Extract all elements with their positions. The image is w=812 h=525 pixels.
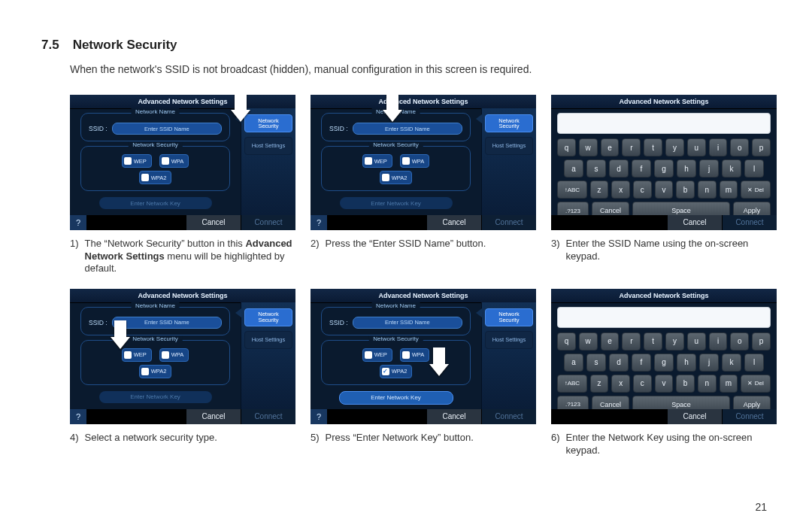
enter-network-key-button[interactable]: Enter Network Key: [339, 391, 453, 405]
wpa-checkbox[interactable]: WPA: [159, 154, 189, 168]
keyboard-key-j[interactable]: j: [699, 159, 719, 178]
tab-host-settings[interactable]: Host Settings: [485, 137, 533, 155]
keyboard-key-p[interactable]: p: [752, 138, 771, 156]
wpa2-checkbox[interactable]: WPA2: [380, 171, 413, 184]
enter-network-key-button[interactable]: Enter Network Key: [99, 197, 212, 209]
keyboard-key-e[interactable]: e: [601, 332, 620, 351]
keyboard-key-y[interactable]: y: [665, 332, 684, 351]
keyboard-key-s[interactable]: s: [586, 159, 606, 178]
help-button[interactable]: ?: [70, 215, 87, 230]
keyboard-key-z[interactable]: z: [590, 181, 609, 199]
connect-button[interactable]: Connect: [481, 215, 536, 230]
cancel-button[interactable]: Cancel: [667, 215, 722, 230]
keyboard-key-m[interactable]: m: [720, 375, 738, 393]
keyboard-key-n[interactable]: n: [698, 181, 717, 199]
keyboard-key-r[interactable]: r: [622, 138, 641, 156]
cancel-button[interactable]: Cancel: [186, 215, 241, 230]
keyboard-key-a[interactable]: a: [564, 159, 583, 178]
keyboard-key-t[interactable]: t: [644, 332, 662, 351]
keyboard-key-u[interactable]: u: [687, 138, 706, 156]
wpa2-checkbox[interactable]: WPA2: [139, 365, 172, 378]
tab-network-security[interactable]: Network Security: [485, 114, 533, 132]
keyboard-key-q[interactable]: q: [557, 332, 576, 351]
connect-button[interactable]: Connect: [481, 409, 536, 424]
help-button[interactable]: ?: [70, 409, 87, 424]
keyboard-key-i[interactable]: i: [709, 332, 728, 351]
wep-checkbox[interactable]: WEP: [362, 154, 392, 168]
keyboard-key-g[interactable]: g: [654, 159, 674, 178]
keyboard-key-e[interactable]: e: [601, 138, 620, 156]
keyboard-key-w[interactable]: w: [579, 138, 598, 156]
keyboard-key-d[interactable]: d: [609, 159, 629, 178]
connect-button[interactable]: Connect: [722, 409, 777, 424]
keyboard-key-t[interactable]: t: [644, 138, 662, 156]
keyboard-input[interactable]: [557, 113, 771, 134]
enter-ssid-button[interactable]: Enter SSID Name: [112, 123, 222, 135]
wpa-checkbox[interactable]: WPA: [159, 348, 189, 362]
connect-button[interactable]: Connect: [241, 215, 295, 230]
keyboard-key-c[interactable]: c: [633, 181, 652, 199]
keyboard-key-u[interactable]: u: [687, 332, 706, 351]
keyboard-key-m[interactable]: m: [720, 181, 738, 199]
wpa2-checkbox[interactable]: ✓WPA2: [380, 365, 413, 378]
keyboard-key-b[interactable]: b: [676, 181, 695, 199]
cancel-button[interactable]: Cancel: [667, 409, 722, 424]
keyboard-key-y[interactable]: y: [665, 138, 684, 156]
wep-checkbox[interactable]: WEP: [122, 154, 152, 168]
help-button[interactable]: ?: [311, 409, 328, 424]
keyboard-key-x[interactable]: x: [611, 375, 630, 393]
connect-button[interactable]: Connect: [722, 215, 777, 230]
tab-host-settings[interactable]: Host Settings: [485, 331, 533, 349]
keyboard-delete-key[interactable]: ✕ Del: [741, 375, 771, 393]
keyboard-key-f[interactable]: f: [632, 159, 651, 178]
keyboard-input[interactable]: [557, 307, 771, 328]
cancel-button[interactable]: Cancel: [426, 409, 481, 424]
tab-host-settings[interactable]: Host Settings: [244, 137, 292, 155]
enter-network-key-button[interactable]: Enter Network Key: [340, 197, 453, 209]
keyboard-key-h[interactable]: h: [677, 159, 696, 178]
keyboard-key-l[interactable]: l: [744, 159, 764, 178]
tab-network-security[interactable]: Network Security: [244, 114, 292, 132]
keyboard-key-v[interactable]: v: [655, 375, 674, 393]
keyboard-delete-key[interactable]: ✕ Del: [741, 181, 771, 199]
keyboard-key-d[interactable]: d: [609, 354, 629, 372]
keyboard-key-v[interactable]: v: [655, 181, 674, 199]
keyboard-key-k[interactable]: k: [722, 159, 741, 178]
wpa-checkbox[interactable]: WPA: [400, 348, 430, 362]
keyboard-key-k[interactable]: k: [722, 354, 741, 372]
keyboard-key-a[interactable]: a: [564, 354, 583, 372]
keyboard-shift-key[interactable]: ↑ABC: [557, 181, 587, 199]
keyboard-shift-key[interactable]: ↑ABC: [557, 375, 587, 393]
keyboard-key-w[interactable]: w: [579, 332, 598, 351]
wpa2-checkbox[interactable]: WPA2: [139, 171, 172, 184]
keyboard-key-p[interactable]: p: [752, 332, 771, 351]
cancel-button[interactable]: Cancel: [426, 215, 481, 230]
wep-checkbox[interactable]: WEP: [362, 348, 392, 362]
keyboard-key-i[interactable]: i: [709, 138, 728, 156]
tab-network-security[interactable]: Network Security: [485, 308, 533, 326]
enter-ssid-button[interactable]: Enter SSID Name: [353, 317, 462, 329]
enter-network-key-button[interactable]: Enter Network Key: [99, 391, 212, 403]
keyboard-key-s[interactable]: s: [586, 354, 606, 372]
tab-network-security[interactable]: Network Security: [244, 308, 292, 326]
keyboard-key-o[interactable]: o: [730, 332, 749, 351]
keyboard-key-g[interactable]: g: [654, 354, 674, 372]
wpa-checkbox[interactable]: WPA: [400, 154, 430, 168]
keyboard-key-o[interactable]: o: [730, 138, 749, 156]
keyboard-key-z[interactable]: z: [590, 375, 609, 393]
keyboard-key-q[interactable]: q: [557, 138, 576, 156]
enter-ssid-button[interactable]: Enter SSID Name: [353, 123, 462, 135]
keyboard-key-r[interactable]: r: [622, 332, 641, 351]
keyboard-key-h[interactable]: h: [677, 354, 696, 372]
connect-button[interactable]: Connect: [241, 409, 295, 424]
wep-checkbox[interactable]: WEP: [122, 348, 152, 362]
help-button[interactable]: ?: [311, 215, 328, 230]
keyboard-key-x[interactable]: x: [611, 181, 630, 199]
keyboard-key-c[interactable]: c: [633, 375, 652, 393]
keyboard-key-j[interactable]: j: [699, 354, 719, 372]
cancel-button[interactable]: Cancel: [186, 409, 241, 424]
keyboard-key-l[interactable]: l: [744, 354, 764, 372]
keyboard-key-f[interactable]: f: [632, 354, 651, 372]
keyboard-key-n[interactable]: n: [698, 375, 717, 393]
tab-host-settings[interactable]: Host Settings: [244, 331, 292, 349]
